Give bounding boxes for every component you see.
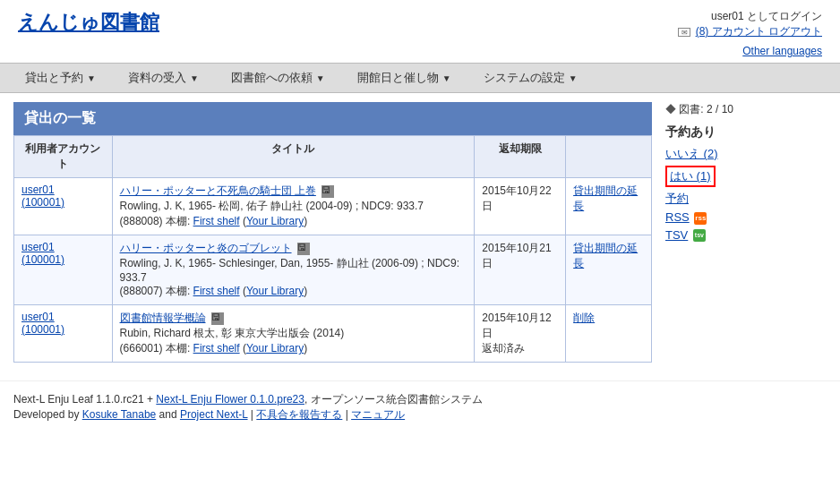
- hai-link[interactable]: はい (1): [665, 166, 716, 187]
- user-info: user01 としてログイン ✉ (8) アカウント ログアウト: [678, 9, 822, 39]
- user-link-2[interactable]: user01: [21, 241, 55, 253]
- table-row: user01 (100001) ハリー・ポッターと不死鳥の騎士団 上巻 🖫 Ro…: [14, 178, 652, 235]
- reserve-link[interactable]: 予約: [665, 192, 689, 205]
- nav-events-label: 開館日と催し物: [357, 70, 439, 86]
- footer-manual-link[interactable]: マニュアル: [351, 408, 405, 421]
- right-list-item-hai: はい (1): [665, 166, 827, 187]
- rss-link[interactable]: RSS: [665, 210, 690, 224]
- book-stat: 図書: 2 / 10: [665, 102, 827, 117]
- user-id-link-3[interactable]: (100001): [21, 323, 64, 336]
- loans-table: 利用者アカウント タイトル 返却期限 user01 (100001) ハリー・ポ…: [13, 135, 652, 363]
- cell-user-1: user01 (100001): [14, 178, 113, 235]
- footer-kosuke-link[interactable]: Kosuke Tanabe: [82, 408, 157, 421]
- item-id-3: (666001): [120, 342, 163, 355]
- library-link-1[interactable]: Your Library: [246, 215, 304, 227]
- footer-post1: , オープンソース統合図書館システム: [304, 393, 483, 406]
- other-languages-bar: Other languages: [0, 44, 840, 57]
- book-title-link-1[interactable]: ハリー・ポッターと不死鳥の騎士団 上巻: [120, 184, 316, 197]
- nav-events-arrow: ▼: [442, 73, 451, 83]
- book-title-link-2[interactable]: ハリー・ポッターと炎のゴブレット: [120, 242, 292, 254]
- email-icon: ✉: [678, 28, 690, 37]
- user-id-link-2[interactable]: (100001): [21, 253, 64, 266]
- nav-request-arrow: ▼: [316, 73, 325, 83]
- right-panel: 図書: 2 / 10 予約あり いいえ (2) はい (1) 予約 RSS rs…: [665, 102, 827, 363]
- sub-action-3: 返却済み: [482, 342, 525, 355]
- shelf-link-3[interactable]: First shelf: [193, 342, 240, 355]
- cell-user-3: user01 (100001): [14, 305, 113, 363]
- book-icon-3: 🖫: [211, 312, 224, 325]
- user-link-1[interactable]: user01: [21, 184, 55, 196]
- cell-due-1: 2015年10月22日: [475, 178, 566, 235]
- book-detail-1: Rowling, J. K, 1965- 松岡, 佑子 静山社 (2004-09…: [120, 200, 424, 212]
- col-header-title: タイトル: [112, 136, 475, 178]
- table-row: user01 (100001) ハリー・ポッターと炎のゴブレット 🖫 Rowli…: [14, 235, 652, 305]
- nav-item-loans[interactable]: 貸出と予約 ▼: [9, 64, 112, 92]
- nav-item-acquisition[interactable]: 資料の受入 ▼: [112, 64, 215, 92]
- footer-mid1: and: [156, 408, 180, 421]
- nav-settings-label: システムの設定: [484, 70, 565, 86]
- book-detail-2: Rowling, J. K, 1965- Schlesinger, Dan, 1…: [120, 257, 460, 284]
- footer-pre2: Developed by: [13, 408, 82, 421]
- action-link-1[interactable]: 貸出期間の延長: [573, 184, 638, 212]
- library-link-2[interactable]: Your Library: [246, 285, 304, 297]
- nav-item-request[interactable]: 図書館への依頼 ▼: [215, 64, 341, 92]
- footer-sep1: |: [248, 408, 257, 421]
- nav-item-settings[interactable]: システムの設定 ▼: [467, 64, 594, 92]
- nav-loans-arrow: ▼: [87, 73, 96, 83]
- shelf-link-1[interactable]: First shelf: [193, 215, 240, 227]
- page-title: 貸出の一覧: [13, 102, 652, 135]
- nav-loans-label: 貸出と予約: [25, 70, 83, 86]
- header: えんじゅ図書館 user01 としてログイン ✉ (8) アカウント ログアウト: [0, 0, 840, 44]
- main-layout: 貸出の一覧 利用者アカウント タイトル 返却期限 user01 (100001): [0, 93, 840, 372]
- book-icon-2: 🖫: [297, 243, 310, 255]
- user-messages-link[interactable]: (8) アカウント ログアウト: [696, 25, 822, 38]
- col-header-due: 返却期限: [475, 136, 566, 178]
- cell-title-1: ハリー・ポッターと不死鳥の騎士団 上巻 🖫 Rowling, J. K, 196…: [112, 178, 475, 235]
- user-login-text: user01 としてログイン: [678, 9, 822, 24]
- cell-title-2: ハリー・ポッターと炎のゴブレット 🖫 Rowling, J. K, 1965- …: [112, 235, 475, 305]
- nav-request-label: 図書館への依頼: [231, 70, 313, 86]
- footer-line1: Next-L Enju Leaf 1.1.0.rc21 + Next-L Enj…: [13, 392, 827, 407]
- footer-line2: Developed by Kosuke Tanabe and Project N…: [13, 407, 827, 423]
- nav-acquisition-label: 資料の受入: [128, 70, 186, 86]
- other-languages-link[interactable]: Other languages: [742, 45, 822, 57]
- user-id-link-1[interactable]: (100001): [21, 196, 64, 209]
- table-row: user01 (100001) 図書館情報学概論 🖫 Rubin, Richar…: [14, 305, 652, 363]
- cell-title-3: 図書館情報学概論 🖫 Rubin, Richard 根太, 彰 東京大学出版会 …: [112, 305, 475, 363]
- cell-action-3: 削除: [566, 305, 652, 363]
- shelf-link-2[interactable]: First shelf: [193, 285, 240, 297]
- right-list-item-tsv: TSV tsv: [665, 228, 827, 243]
- item-id-1: (888008): [120, 215, 163, 227]
- site-title-area: えんじゅ図書館: [18, 9, 159, 36]
- right-section-title: 予約あり: [665, 124, 827, 141]
- iie-link[interactable]: いいえ (2): [665, 147, 718, 160]
- footer-pre1: Next-L Enju Leaf 1.1.0.rc21 +: [13, 393, 156, 406]
- nav-item-events[interactable]: 開館日と催し物 ▼: [341, 64, 467, 92]
- item-id-2: (888007): [120, 285, 163, 297]
- col-header-action: [566, 136, 652, 178]
- tsv-icon: tsv: [693, 229, 706, 242]
- site-title-link[interactable]: えんじゅ図書館: [18, 11, 159, 33]
- col-header-user: 利用者アカウント: [14, 136, 113, 178]
- tsv-link[interactable]: TSV: [665, 228, 688, 242]
- left-panel: 貸出の一覧 利用者アカウント タイトル 返却期限 user01 (100001): [13, 102, 652, 363]
- main-nav: 貸出と予約 ▼ 資料の受入 ▼ 図書館への依頼 ▼ 開館日と催し物 ▼ システム…: [0, 63, 840, 93]
- footer-project-link[interactable]: Project Next-L: [180, 408, 248, 421]
- user-link-3[interactable]: user01: [21, 311, 55, 323]
- book-icon-1: 🖫: [321, 185, 334, 198]
- action-link-2[interactable]: 貸出期間の延長: [573, 242, 638, 269]
- footer-bug-link[interactable]: 不具合を報告する: [256, 408, 342, 421]
- footer-enju-flower-link[interactable]: Next-L Enju Flower 0.1.0.pre23: [156, 393, 304, 406]
- right-list-item-reserve: 予約: [665, 191, 827, 207]
- action-link-3[interactable]: 削除: [573, 312, 595, 324]
- library-link-3[interactable]: Your Library: [246, 342, 304, 355]
- book-title-link-3[interactable]: 図書館情報学概論: [120, 312, 206, 324]
- footer: Next-L Enju Leaf 1.1.0.rc21 + Next-L Enj…: [0, 380, 840, 433]
- user-account-actions: ✉ (8) アカウント ログアウト: [678, 24, 822, 39]
- nav-settings-arrow: ▼: [569, 73, 578, 83]
- right-list-item-iie: いいえ (2): [665, 146, 827, 162]
- right-list-item-rss: RSS rss: [665, 210, 827, 225]
- rss-icon: rss: [694, 212, 707, 225]
- nav-acquisition-arrow: ▼: [190, 73, 199, 83]
- book-detail-3: Rubin, Richard 根太, 彰 東京大学出版会 (2014): [120, 327, 345, 339]
